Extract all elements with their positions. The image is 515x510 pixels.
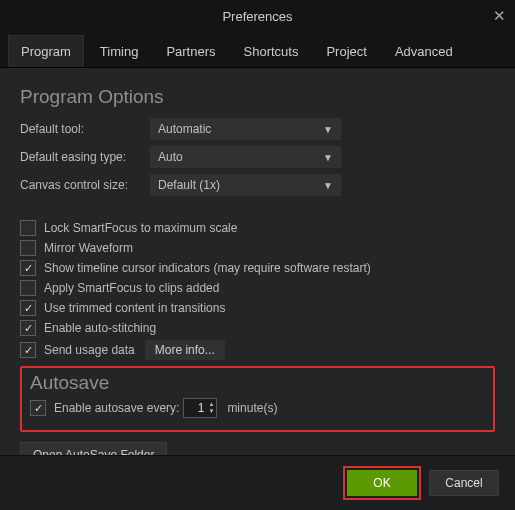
chevron-down-icon: ▼ xyxy=(323,180,333,191)
open-autosave-folder-button[interactable]: Open AutoSave Folder xyxy=(20,442,167,455)
label-lock-smartfocus: Lock SmartFocus to maximum scale xyxy=(44,221,237,235)
label-use-trimmed: Use trimmed content in transitions xyxy=(44,301,225,315)
row-default-tool: Default tool: Automatic ▼ xyxy=(20,118,495,140)
select-default-easing[interactable]: Auto ▼ xyxy=(150,146,341,168)
tab-bar: Program Timing Partners Shortcuts Projec… xyxy=(0,32,515,68)
select-canvas-size[interactable]: Default (1x) ▼ xyxy=(150,174,341,196)
tab-advanced[interactable]: Advanced xyxy=(383,36,465,67)
section-title-autosave: Autosave xyxy=(30,372,485,394)
ok-button[interactable]: OK xyxy=(347,470,417,496)
cancel-button[interactable]: Cancel xyxy=(429,470,499,496)
checkbox-auto-stitch[interactable] xyxy=(20,320,36,336)
row-apply-smartfocus: Apply SmartFocus to clips added xyxy=(20,280,495,296)
section-title-program-options: Program Options xyxy=(20,86,495,108)
tab-shortcuts[interactable]: Shortcuts xyxy=(232,36,311,67)
close-icon[interactable]: ✕ xyxy=(491,8,507,24)
label-usage-data: Send usage data xyxy=(44,343,135,357)
label-default-tool: Default tool: xyxy=(20,122,150,136)
autosave-interval-spinner[interactable]: ▲▼ xyxy=(183,398,217,418)
checkbox-lock-smartfocus[interactable] xyxy=(20,220,36,236)
select-default-tool[interactable]: Automatic ▼ xyxy=(150,118,341,140)
row-default-easing: Default easing type: Auto ▼ xyxy=(20,146,495,168)
label-show-cursor: Show timeline cursor indicators (may req… xyxy=(44,261,371,275)
tab-project[interactable]: Project xyxy=(314,36,378,67)
select-default-tool-value: Automatic xyxy=(158,122,211,136)
checkbox-show-cursor[interactable] xyxy=(20,260,36,276)
label-auto-stitch: Enable auto-stitching xyxy=(44,321,156,335)
more-info-button[interactable]: More info... xyxy=(145,340,225,360)
titlebar: Preferences ✕ xyxy=(0,0,515,32)
checkbox-use-trimmed[interactable] xyxy=(20,300,36,316)
checkbox-usage-data[interactable] xyxy=(20,342,36,358)
checkbox-enable-autosave[interactable] xyxy=(30,400,46,416)
row-lock-smartfocus: Lock SmartFocus to maximum scale xyxy=(20,220,495,236)
autosave-unit-label: minute(s) xyxy=(227,401,277,415)
preferences-window: Preferences ✕ Program Timing Partners Sh… xyxy=(0,0,515,510)
dialog-footer: OK Cancel xyxy=(0,455,515,510)
checkbox-mirror-waveform[interactable] xyxy=(20,240,36,256)
select-default-easing-value: Auto xyxy=(158,150,183,164)
content-area: Program Options Default tool: Automatic … xyxy=(0,68,515,455)
label-apply-smartfocus: Apply SmartFocus to clips added xyxy=(44,281,219,295)
checkbox-apply-smartfocus[interactable] xyxy=(20,280,36,296)
row-usage-data: Send usage data More info... xyxy=(20,340,495,360)
row-canvas-size: Canvas control size: Default (1x) ▼ xyxy=(20,174,495,196)
autosave-highlight-box: Autosave Enable autosave every: ▲▼ minut… xyxy=(20,366,495,432)
autosave-interval-input[interactable] xyxy=(184,401,206,415)
label-default-easing: Default easing type: xyxy=(20,150,150,164)
label-mirror-waveform: Mirror Waveform xyxy=(44,241,133,255)
tab-program[interactable]: Program xyxy=(8,35,84,67)
chevron-down-icon: ▼ xyxy=(323,152,333,163)
row-use-trimmed: Use trimmed content in transitions xyxy=(20,300,495,316)
window-title: Preferences xyxy=(222,9,292,24)
row-show-cursor: Show timeline cursor indicators (may req… xyxy=(20,260,495,276)
label-enable-autosave: Enable autosave every: xyxy=(54,401,179,415)
chevron-down-icon: ▼ xyxy=(323,124,333,135)
spinner-arrows[interactable]: ▲▼ xyxy=(206,401,216,415)
tab-timing[interactable]: Timing xyxy=(88,36,151,67)
row-mirror-waveform: Mirror Waveform xyxy=(20,240,495,256)
row-auto-stitch: Enable auto-stitching xyxy=(20,320,495,336)
tab-partners[interactable]: Partners xyxy=(154,36,227,67)
select-canvas-size-value: Default (1x) xyxy=(158,178,220,192)
row-enable-autosave: Enable autosave every: ▲▼ minute(s) xyxy=(30,398,485,418)
label-canvas-size: Canvas control size: xyxy=(20,178,150,192)
